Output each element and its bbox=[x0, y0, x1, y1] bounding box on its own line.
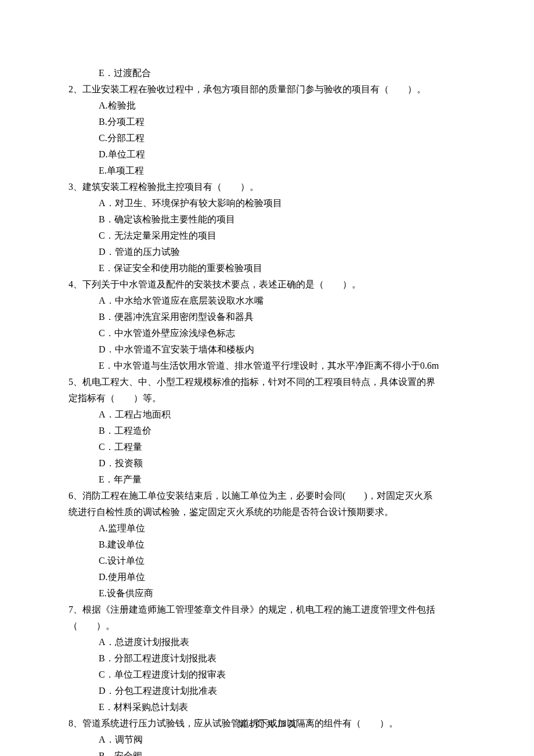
q5-option-e: E．年产量 bbox=[68, 471, 466, 488]
q4-option-e: E．中水管道与生活饮用水管道、排水管道平行埋设时，其水平净距离不得小于0.6m bbox=[68, 358, 466, 374]
q3-option-b: B．确定该检验批主要性能的项目 bbox=[68, 211, 466, 228]
q5-stem-line2: 定指标有（ ）等。 bbox=[68, 390, 466, 406]
q4-option-a: A．中水给水管道应在底层装设取水水嘴 bbox=[68, 293, 466, 309]
q5-option-c: C．工程量 bbox=[68, 439, 466, 455]
q4-option-b: B．便器冲洗宜采用密闭型设备和器具 bbox=[68, 309, 466, 325]
q6-option-d: D.使用单位 bbox=[68, 569, 466, 585]
q4-option-d: D．中水管道不宜安装于墙体和楼板内 bbox=[68, 341, 466, 358]
q8-option-b: B．安全阀 bbox=[68, 748, 466, 756]
q7-option-e: E．材料采购总计划表 bbox=[68, 699, 466, 715]
q2-stem: 2、工业安装工程在验收过程中，承包方项目部的质量部门参与验收的项目有（ ）。 bbox=[68, 81, 466, 98]
page-footer: 第 4 页 共 13 页 bbox=[0, 717, 534, 732]
q7-stem-line2: （ ）。 bbox=[68, 618, 466, 634]
q3-option-d: D．管道的压力试验 bbox=[68, 244, 466, 260]
q5-option-a: A．工程占地面积 bbox=[68, 406, 466, 423]
q3-option-a: A．对卫生、环境保护有较大影响的检验项目 bbox=[68, 195, 466, 211]
q1-option-e: E．过渡配合 bbox=[68, 65, 466, 81]
q2-option-e: E.单项工程 bbox=[68, 163, 466, 179]
q7-option-d: D．分包工程进度计划批准表 bbox=[68, 683, 466, 699]
q7-option-c: C．单位工程进度计划的报审表 bbox=[68, 667, 466, 683]
q5-stem-line1: 5、机电工程大、中、小型工程规模标准的指标，针对不同的工程项目特点，具体设置的界 bbox=[68, 374, 466, 390]
q7-option-b: B．分部工程进度计划报批表 bbox=[68, 650, 466, 667]
q7-option-a: A．总进度计划报批表 bbox=[68, 634, 466, 650]
q6-stem-line2: 统进行自检性质的调试检验，鉴定固定灭火系统的功能是否符合设计预期要求。 bbox=[68, 504, 466, 520]
q2-option-d: D.单位工程 bbox=[68, 146, 466, 163]
q2-option-b: B.分项工程 bbox=[68, 114, 466, 130]
q5-option-b: B．工程造价 bbox=[68, 423, 466, 439]
q3-option-c: C．无法定量采用定性的项目 bbox=[68, 228, 466, 244]
q4-option-c: C．中水管道外壁应涂浅绿色标志 bbox=[68, 325, 466, 341]
q2-option-c: C.分部工程 bbox=[68, 130, 466, 146]
q6-option-b: B.建设单位 bbox=[68, 537, 466, 553]
q5-option-d: D．投资额 bbox=[68, 455, 466, 471]
q3-option-e: E．保证安全和使用功能的重要检验项目 bbox=[68, 260, 466, 276]
q2-option-a: A.检验批 bbox=[68, 98, 466, 114]
q6-option-a: A.监理单位 bbox=[68, 520, 466, 537]
q6-option-e: E.设备供应商 bbox=[68, 585, 466, 602]
q4-stem: 4、下列关于中水管道及配件的安装技术要点，表述正确的是（ ）。 bbox=[68, 276, 466, 293]
q6-option-c: C.设计单位 bbox=[68, 553, 466, 569]
q7-stem-line1: 7、根据《注册建造师施工管理签章文件目录》的规定，机电工程的施工进度管理文件包括 bbox=[68, 602, 466, 618]
q3-stem: 3、建筑安装工程检验批主控项目有（ ）。 bbox=[68, 179, 466, 195]
q8-option-a: A．调节阀 bbox=[68, 732, 466, 748]
q6-stem-line1: 6、消防工程在施工单位安装结束后，以施工单位为主，必要时会同( )，对固定灭火系 bbox=[68, 488, 466, 504]
